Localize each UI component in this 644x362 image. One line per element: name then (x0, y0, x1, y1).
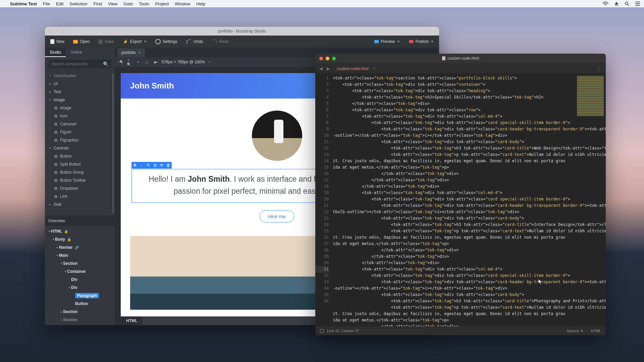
menu-goto[interactable]: Goto (123, 1, 133, 6)
tree-image-carousel[interactable]: Carousel (45, 120, 115, 128)
editor-tab[interactable]: custom-code.html × (332, 64, 380, 73)
menu-selection[interactable]: Selection (69, 1, 87, 6)
open-button[interactable]: Open (71, 38, 92, 45)
status-spaces[interactable]: Spaces: 4 (567, 329, 583, 333)
minimap[interactable] (577, 76, 604, 116)
layers-icon[interactable]: ◆▾ (153, 59, 158, 65)
hire-me-button[interactable]: Hire me (260, 210, 294, 223)
tree-downloaded[interactable]: ▾Downloaded (45, 72, 115, 80)
hide-icon[interactable]: 👁 (158, 162, 165, 169)
tree-controls-split[interactable]: Split Button (45, 160, 115, 168)
menu-project[interactable]: Project (155, 1, 169, 6)
edit-icon[interactable]: ✎ (145, 162, 152, 169)
nav-back-icon[interactable]: ◀ (317, 64, 325, 73)
overview-header: Overview (45, 216, 115, 226)
preview-button[interactable]: Preview▼ (372, 38, 402, 45)
nav-fwd-icon[interactable]: ▶ (325, 64, 332, 73)
crosshair-icon[interactable]: ⌖ (136, 59, 141, 65)
close-icon[interactable]: × (373, 66, 376, 71)
sidebar-tab-studio[interactable]: Studio (45, 48, 66, 57)
eject-icon[interactable] (614, 2, 619, 6)
new-button[interactable]: New (48, 38, 66, 45)
menu-extra-icon[interactable] (635, 2, 640, 6)
selection-toolbar: ✥ ↑ ✎ ⧉ 👁 🗑 (131, 162, 172, 169)
ov-body[interactable]: ▾Body🔒 (45, 235, 115, 243)
delete-icon[interactable]: 🗑 (165, 162, 172, 169)
search-input[interactable] (51, 61, 103, 67)
sidebar-tab-online[interactable]: Online (66, 48, 87, 57)
bs-window-title: portfolio - Bootstrap Studio (45, 29, 439, 34)
code-area[interactable]: <tok-attr">class="tok-tag">section tok-a… (331, 73, 606, 326)
publish-button[interactable]: Publish▼ (407, 38, 436, 45)
box-icon[interactable]: ▢ (144, 59, 150, 65)
tree-controls[interactable]: ▾Controls (45, 144, 115, 152)
line-gutter: 1234567891011121314151617181920212223242… (315, 73, 331, 326)
redo-button[interactable]: Redo (210, 38, 231, 45)
svg-point-0 (625, 2, 628, 5)
tree-controls-button[interactable]: Button (45, 152, 115, 160)
tree-image-icon[interactable]: Icon (45, 112, 115, 120)
menu-edit[interactable]: Edit (56, 1, 63, 6)
menu-view[interactable]: View (108, 1, 117, 6)
tree-text[interactable]: ▸Text (45, 88, 115, 96)
tree-image-figcaption[interactable]: Figcaption (45, 136, 115, 144)
status-box-icon[interactable] (320, 329, 324, 333)
ov-navbar[interactable]: ▸Navbar🔗 (45, 243, 115, 251)
component-search[interactable]: 🔍 (48, 60, 111, 68)
ov-div-1[interactable]: Div (45, 276, 115, 284)
ov-container[interactable]: ▾Container (45, 267, 115, 276)
copy-icon[interactable]: ⧉ (152, 162, 158, 169)
lock-icon: 🔒 (67, 238, 71, 241)
spotlight-icon[interactable] (625, 1, 629, 6)
more-icon[interactable]: ⋮ (596, 66, 602, 72)
ov-section-2[interactable]: ▸Section (45, 308, 115, 316)
wifi-icon[interactable] (602, 2, 608, 6)
gear-icon (155, 39, 161, 44)
ov-button[interactable]: Button (45, 300, 115, 308)
tree-grid[interactable]: ▸Grid (45, 200, 115, 208)
bottom-tab-html[interactable]: HTML (121, 316, 143, 325)
save-button[interactable]: Save (96, 38, 116, 45)
move-icon[interactable]: ✥ (131, 162, 138, 169)
undo-button[interactable]: Undo (184, 38, 205, 45)
settings-button[interactable]: Settings (153, 38, 179, 46)
viewport-size[interactable]: 576px × 760px @ 100% (162, 60, 205, 64)
bs-titlebar[interactable]: portfolio - Bootstrap Studio (45, 27, 439, 36)
design-tab-label: portfolio (121, 50, 136, 55)
status-lang[interactable]: HTML (591, 329, 601, 333)
menu-find[interactable]: Find (94, 1, 102, 6)
export-button[interactable]: ⚡Export▼ (121, 38, 149, 46)
code-editor[interactable]: 1234567891011121314151617181920212223242… (315, 73, 606, 326)
mac-menubar: Sublime Text File Edit Selection Find Vi… (0, 0, 644, 7)
st-window-title: custom-code.html (315, 56, 606, 61)
zoom-in-icon[interactable]: ＋🔍 (127, 59, 132, 65)
tree-controls-link[interactable]: Link (45, 192, 115, 200)
ov-section-3[interactable]: ▸Section (45, 316, 115, 324)
portfolio-avatar[interactable] (252, 111, 302, 161)
undo-icon (185, 39, 192, 45)
ov-main[interactable]: ▾Main (45, 251, 115, 259)
tree-controls-group[interactable]: Button Group (45, 168, 115, 176)
menu-tools[interactable]: Tools (139, 1, 149, 6)
tree-image-image[interactable]: Image (45, 104, 115, 112)
ov-section-1[interactable]: ▾Section (45, 259, 115, 267)
up-icon[interactable]: ↑ (138, 162, 145, 169)
ov-html[interactable]: ▾HTML🔒 (45, 227, 115, 235)
tree-controls-toolbar[interactable]: Button Toolbar (45, 176, 115, 184)
zoom-out-icon[interactable]: −🔍 (118, 59, 123, 65)
chevron-down-icon: ▼ (431, 40, 434, 43)
close-icon[interactable]: × (139, 50, 141, 55)
tree-image-figure[interactable]: Figure (45, 128, 115, 136)
st-titlebar[interactable]: custom-code.html (315, 54, 606, 63)
search-icon[interactable]: 🔍 (103, 61, 109, 67)
menu-help[interactable]: Help (196, 1, 205, 6)
tree-ui[interactable]: ▸UI (45, 80, 115, 88)
tree-controls-dropdown[interactable]: Dropdown (45, 184, 115, 192)
menu-file[interactable]: File (43, 1, 50, 6)
ov-paragraph[interactable]: Paragraph (45, 292, 115, 300)
app-name[interactable]: Sublime Text (10, 1, 37, 6)
design-tab[interactable]: portfolio × (117, 48, 145, 57)
ov-div-2[interactable]: ▾Div (45, 284, 115, 292)
tree-image[interactable]: ▾Image (45, 96, 115, 104)
menu-window[interactable]: Window (175, 1, 190, 6)
